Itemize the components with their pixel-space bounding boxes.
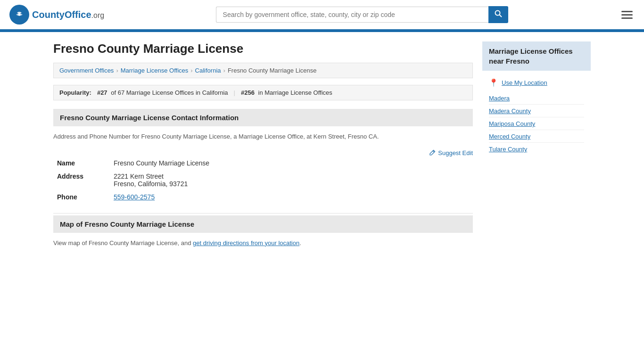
phone-row: Phone 559-600-2575 [53, 190, 473, 204]
map-section: Map of Fresno County Marriage License Vi… [53, 213, 473, 248]
map-description: View map of Fresno County Marriage Licen… [53, 239, 473, 248]
breadcrumb-item-1[interactable]: Marriage License Offices [121, 67, 189, 74]
breadcrumb-item-0[interactable]: Government Offices [59, 67, 114, 74]
driving-directions-link[interactable]: get driving directions from your locatio… [193, 239, 299, 247]
page-title: Fresno County Marriage License [53, 41, 473, 56]
sidebar-link[interactable]: Madera County [489, 107, 531, 115]
phone-label: Phone [53, 190, 110, 204]
popularity-bar: Popularity: #27 of 67 Marriage License O… [53, 85, 473, 100]
name-label: Name [53, 156, 110, 170]
name-row: Name Fresno County Marriage License [53, 156, 473, 170]
use-location-link[interactable]: Use My Location [502, 79, 547, 86]
breadcrumb-item-current: Fresno County Marriage License [228, 67, 317, 74]
contact-info-table: Name Fresno County Marriage License Addr… [53, 156, 473, 204]
use-location-row: 📍 Use My Location [482, 76, 591, 92]
list-item: Merced County [489, 130, 584, 143]
svg-line-3 [499, 15, 502, 17]
list-item: Mariposa County [489, 117, 584, 130]
logo-text: CountyOffice.org [32, 9, 104, 20]
sidebar: Marriage License Offices near Fresno 📍 U… [482, 41, 591, 248]
search-input[interactable] [216, 7, 488, 23]
popularity-label: Popularity: [59, 89, 91, 96]
breadcrumb-item-2[interactable]: California [195, 67, 221, 74]
address-row: Address 2221 Kern Street Fresno, Califor… [53, 170, 473, 190]
list-item: Madera [489, 92, 584, 105]
popularity-rank2: #256 in Marriage License Offices [241, 89, 332, 96]
address-value: 2221 Kern Street Fresno, California, 937… [110, 170, 473, 190]
sidebar-link[interactable]: Mariposa County [489, 120, 535, 127]
sidebar-link[interactable]: Tulare County [489, 146, 527, 153]
popularity-rank1: #27 of 67 Marriage License Offices in Ca… [97, 89, 228, 96]
contact-section-header: Fresno County Marriage License Contact I… [53, 109, 473, 126]
svg-point-1 [18, 14, 21, 16]
sidebar-link[interactable]: Merced County [489, 133, 530, 140]
sidebar-link[interactable]: Madera [489, 95, 510, 102]
address-label: Address [53, 170, 110, 190]
site-header: CountyOffice.org [0, 0, 644, 31]
svg-point-2 [495, 11, 500, 16]
phone-link[interactable]: 559-600-2575 [114, 193, 155, 201]
logo-icon [9, 5, 29, 25]
search-button[interactable] [488, 6, 508, 23]
contact-description: Address and Phone Number for Fresno Coun… [53, 132, 473, 142]
list-item: Tulare County [489, 143, 584, 155]
menu-button[interactable] [619, 9, 635, 21]
contact-section: Fresno County Marriage License Contact I… [53, 109, 473, 204]
sidebar-title: Marriage License Offices near Fresno [482, 41, 591, 71]
location-pin-icon: 📍 [489, 78, 498, 87]
name-value: Fresno County Marriage License [110, 156, 473, 170]
suggest-edit-button[interactable]: Suggest Edit [429, 149, 473, 156]
search-area [216, 6, 508, 23]
breadcrumb: Government Offices › Marriage License Of… [53, 63, 473, 78]
sidebar-links-list: MaderaMadera CountyMariposa CountyMerced… [482, 92, 591, 155]
main-container: Fresno County Marriage License Governmen… [44, 32, 600, 258]
map-section-header: Map of Fresno County Marriage License [53, 215, 473, 233]
logo-area: CountyOffice.org [9, 5, 104, 25]
list-item: Madera County [489, 105, 584, 117]
content-area: Fresno County Marriage License Governmen… [53, 41, 473, 248]
